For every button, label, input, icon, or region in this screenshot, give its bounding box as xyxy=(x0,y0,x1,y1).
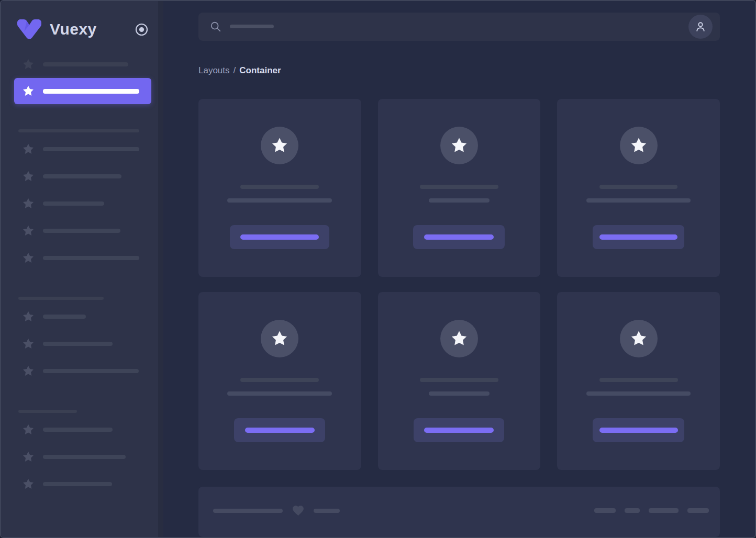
nav-label-placeholder xyxy=(43,482,112,486)
card-badge xyxy=(620,320,658,357)
nav-label-placeholder xyxy=(43,342,113,346)
nav-label-placeholder xyxy=(43,174,121,178)
nav-section-label-placeholder xyxy=(18,129,139,132)
nav-label-placeholder xyxy=(43,147,139,151)
button-label-placeholder xyxy=(240,234,319,240)
sidebar-item[interactable] xyxy=(1,330,163,357)
breadcrumb: Layouts/Container xyxy=(198,64,720,77)
star-icon xyxy=(22,58,35,71)
sidebar-item[interactable] xyxy=(1,357,163,385)
sidebar-item[interactable] xyxy=(1,163,163,190)
button-label-placeholder xyxy=(424,234,494,240)
card-button-placeholder[interactable] xyxy=(593,225,684,249)
card-button-placeholder[interactable] xyxy=(234,418,325,442)
card-button-placeholder[interactable] xyxy=(593,418,684,442)
nav-section-label-placeholder xyxy=(18,297,104,300)
footer-text-placeholder xyxy=(314,509,340,513)
card-text-placeholder xyxy=(586,198,691,203)
card-text-placeholder xyxy=(227,391,332,396)
card-badge xyxy=(261,320,298,357)
placeholder-card xyxy=(378,99,541,277)
button-label-placeholder xyxy=(245,428,315,433)
nav-label-placeholder xyxy=(43,369,139,373)
sidebar-item[interactable] xyxy=(1,136,163,163)
star-icon xyxy=(22,310,35,323)
main-content: Layouts/Container xyxy=(163,1,755,537)
star-icon xyxy=(22,338,35,350)
app-window: Vuexy xyxy=(0,0,756,538)
footer-left-group xyxy=(213,504,340,518)
placeholder-card xyxy=(557,292,720,470)
nav-label-placeholder xyxy=(43,256,139,260)
heart-icon xyxy=(292,504,305,517)
sidebar-item-active[interactable] xyxy=(14,78,151,104)
placeholder-card xyxy=(198,292,361,470)
footer-text-placeholder xyxy=(213,509,283,513)
placeholder-card xyxy=(378,292,541,470)
sidebar-item[interactable] xyxy=(1,51,163,78)
card-badge xyxy=(440,127,478,164)
sidebar-scroll-gutter[interactable] xyxy=(158,1,163,537)
card-button-placeholder[interactable] xyxy=(414,418,504,442)
card-button-placeholder[interactable] xyxy=(413,225,505,249)
card-text-placeholder xyxy=(429,198,490,203)
breadcrumb-section[interactable]: Layouts xyxy=(198,65,230,75)
sidebar-pin-toggle-icon[interactable] xyxy=(135,23,149,37)
card-badge xyxy=(620,127,658,164)
card-badge xyxy=(261,127,298,164)
sidebar-item[interactable] xyxy=(1,416,163,443)
footer-link-placeholder xyxy=(649,508,679,513)
sidebar-item[interactable] xyxy=(1,443,163,470)
nav-label-placeholder xyxy=(43,229,120,233)
nav-label-placeholder xyxy=(43,428,113,432)
search-bar[interactable] xyxy=(198,13,720,41)
nav-label-placeholder xyxy=(43,201,104,206)
star-icon xyxy=(450,137,468,154)
footer-link-placeholder xyxy=(625,508,640,513)
placeholder-card xyxy=(557,99,720,277)
nav-section-label-placeholder xyxy=(18,410,77,413)
nav-label-placeholder xyxy=(43,455,126,459)
search-placeholder-bar xyxy=(230,25,274,28)
card-grid xyxy=(198,99,720,470)
sidebar: Vuexy xyxy=(1,1,163,537)
card-button-placeholder[interactable] xyxy=(230,225,329,249)
sidebar-item[interactable] xyxy=(1,244,163,272)
star-icon xyxy=(22,170,35,183)
star-icon xyxy=(630,330,648,348)
sidebar-nav xyxy=(1,51,163,498)
sidebar-item[interactable] xyxy=(1,190,163,217)
vuexy-logo-icon xyxy=(16,19,43,40)
search-icon xyxy=(210,21,221,32)
button-label-placeholder xyxy=(599,428,678,433)
nav-label-placeholder xyxy=(43,89,139,94)
breadcrumb-separator: / xyxy=(234,65,236,75)
card-title-placeholder xyxy=(240,185,319,189)
star-icon xyxy=(22,451,35,463)
button-label-placeholder xyxy=(599,234,677,240)
footer-link-placeholder xyxy=(687,508,709,513)
card-title-placeholder xyxy=(240,378,319,382)
star-icon xyxy=(22,478,35,490)
card-title-placeholder xyxy=(420,185,498,189)
star-icon xyxy=(271,330,288,348)
sidebar-item[interactable] xyxy=(1,303,163,330)
card-badge xyxy=(440,320,478,357)
sidebar-item[interactable] xyxy=(1,470,163,498)
sidebar-item[interactable] xyxy=(1,217,163,244)
star-icon xyxy=(450,330,468,348)
footer-right-group xyxy=(594,504,709,518)
star-icon xyxy=(22,365,35,377)
brand-name: Vuexy xyxy=(50,20,97,38)
button-label-placeholder xyxy=(424,428,494,433)
sidebar-header: Vuexy xyxy=(1,17,163,42)
brand-logo: Vuexy xyxy=(16,19,97,40)
star-icon xyxy=(22,252,35,264)
user-avatar-button[interactable] xyxy=(688,15,713,39)
footer-link-placeholder xyxy=(594,508,616,513)
breadcrumb-current-page: Container xyxy=(239,65,281,75)
star-icon xyxy=(630,137,648,154)
star-icon xyxy=(22,143,35,155)
card-title-placeholder xyxy=(420,378,498,382)
nav-label-placeholder xyxy=(43,62,128,66)
